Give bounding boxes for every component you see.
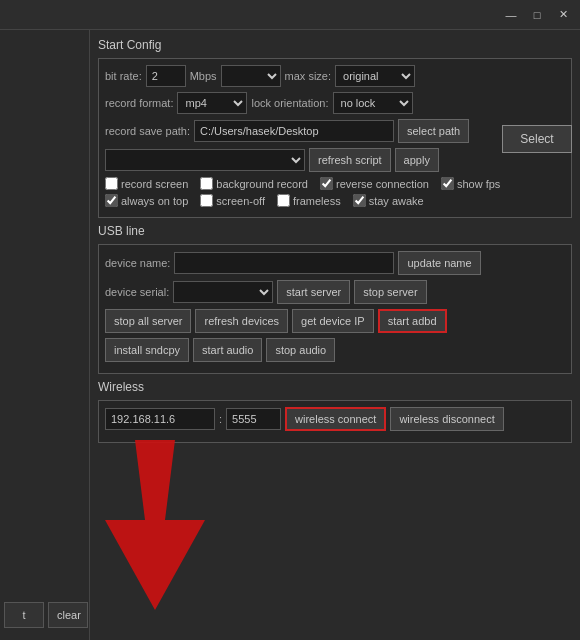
record-screen-checkbox[interactable] bbox=[105, 177, 118, 190]
wireless-section: : wireless connect wireless disconnect bbox=[98, 400, 572, 443]
stop-all-server-button[interactable]: stop all server bbox=[105, 309, 191, 333]
wireless-connect-button[interactable]: wireless connect bbox=[285, 407, 386, 431]
sidebar: t clear bbox=[0, 30, 90, 640]
bitrate-row: bit rate: Mbps max size: original bbox=[105, 65, 565, 87]
close-button[interactable]: ✕ bbox=[554, 6, 572, 24]
title-bar: — □ ✕ bbox=[0, 0, 580, 30]
screen-off-label: screen-off bbox=[216, 195, 265, 207]
reverse-connection-item: reverse connection bbox=[320, 177, 429, 190]
device-name-row: device name: update name bbox=[105, 251, 565, 275]
script-select[interactable] bbox=[105, 149, 305, 171]
lock-orientation-label: lock orientation: bbox=[251, 97, 328, 109]
record-screen-item: record screen bbox=[105, 177, 188, 190]
checkbox-row-2: always on top screen-off frameless stay … bbox=[105, 194, 565, 207]
wireless-row: : wireless connect wireless disconnect bbox=[105, 407, 565, 431]
start-server-button[interactable]: start server bbox=[277, 280, 350, 304]
always-on-top-checkbox[interactable] bbox=[105, 194, 118, 207]
record-format-label: record format: bbox=[105, 97, 173, 109]
clear-button[interactable]: clear bbox=[48, 602, 88, 628]
wireless-colon: : bbox=[219, 413, 222, 425]
start-audio-button[interactable]: start audio bbox=[193, 338, 262, 362]
update-name-button[interactable]: update name bbox=[398, 251, 480, 275]
state-button[interactable]: t bbox=[4, 602, 44, 628]
background-record-checkbox[interactable] bbox=[200, 177, 213, 190]
usb-section: device name: update name device serial: … bbox=[98, 244, 572, 374]
background-record-label: background record bbox=[216, 178, 308, 190]
bit-rate-label: bit rate: bbox=[105, 70, 142, 82]
frameless-item: frameless bbox=[277, 194, 341, 207]
get-device-ip-button[interactable]: get device IP bbox=[292, 309, 374, 333]
max-size-select[interactable]: original bbox=[335, 65, 415, 87]
record-screen-label: record screen bbox=[121, 178, 188, 190]
screen-off-checkbox[interactable] bbox=[200, 194, 213, 207]
start-config-section: bit rate: Mbps max size: original record… bbox=[98, 58, 572, 218]
device-serial-row: device serial: start server stop server bbox=[105, 280, 565, 304]
minimize-button[interactable]: — bbox=[502, 6, 520, 24]
device-serial-select[interactable] bbox=[173, 281, 273, 303]
wireless-section-title: Wireless bbox=[98, 380, 572, 394]
record-format-select[interactable]: mp4 bbox=[177, 92, 247, 114]
main-content: Start Config bit rate: Mbps max size: or… bbox=[90, 30, 580, 640]
action-row-2: install sndcpy start audio stop audio bbox=[105, 338, 565, 362]
script-row: refresh script apply bbox=[105, 148, 565, 172]
background-record-item: background record bbox=[200, 177, 308, 190]
stop-server-button[interactable]: stop server bbox=[354, 280, 426, 304]
bit-rate-input[interactable] bbox=[146, 65, 186, 87]
save-path-row: record save path: select path bbox=[105, 119, 565, 143]
stop-audio-button[interactable]: stop audio bbox=[266, 338, 335, 362]
wireless-port-input[interactable] bbox=[226, 408, 281, 430]
wireless-ip-input[interactable] bbox=[105, 408, 215, 430]
stay-awake-item: stay awake bbox=[353, 194, 424, 207]
frameless-label: frameless bbox=[293, 195, 341, 207]
stay-awake-label: stay awake bbox=[369, 195, 424, 207]
action-row-1: stop all server refresh devices get devi… bbox=[105, 309, 565, 333]
wireless-disconnect-button[interactable]: wireless disconnect bbox=[390, 407, 503, 431]
frameless-checkbox[interactable] bbox=[277, 194, 290, 207]
reverse-connection-label: reverse connection bbox=[336, 178, 429, 190]
save-path-input[interactable] bbox=[194, 120, 394, 142]
device-name-label: device name: bbox=[105, 257, 170, 269]
always-on-top-item: always on top bbox=[105, 194, 188, 207]
sidebar-bottom: t clear bbox=[4, 602, 88, 630]
save-path-label: record save path: bbox=[105, 125, 190, 137]
screen-off-item: screen-off bbox=[200, 194, 265, 207]
always-on-top-label: always on top bbox=[121, 195, 188, 207]
format-row: record format: mp4 lock orientation: no … bbox=[105, 92, 565, 114]
apply-button[interactable]: apply bbox=[395, 148, 439, 172]
show-fps-label: show fps bbox=[457, 178, 500, 190]
install-sndcpy-button[interactable]: install sndcpy bbox=[105, 338, 189, 362]
device-name-input[interactable] bbox=[174, 252, 394, 274]
refresh-devices-button[interactable]: refresh devices bbox=[195, 309, 288, 333]
mbps-select[interactable] bbox=[221, 65, 281, 87]
select-area: Select bbox=[502, 125, 572, 153]
show-fps-item: show fps bbox=[441, 177, 500, 190]
checkbox-row-1: record screen background record reverse … bbox=[105, 177, 565, 190]
refresh-script-button[interactable]: refresh script bbox=[309, 148, 391, 172]
reverse-connection-checkbox[interactable] bbox=[320, 177, 333, 190]
show-fps-checkbox[interactable] bbox=[441, 177, 454, 190]
maximize-button[interactable]: □ bbox=[528, 6, 546, 24]
stay-awake-checkbox[interactable] bbox=[353, 194, 366, 207]
start-config-title: Start Config bbox=[98, 38, 572, 52]
mbps-label: Mbps bbox=[190, 70, 217, 82]
title-bar-controls: — □ ✕ bbox=[502, 6, 572, 24]
lock-orientation-select[interactable]: no lock bbox=[333, 92, 413, 114]
start-adbd-button[interactable]: start adbd bbox=[378, 309, 447, 333]
max-size-label: max size: bbox=[285, 70, 331, 82]
select-path-button[interactable]: select path bbox=[398, 119, 469, 143]
device-serial-label: device serial: bbox=[105, 286, 169, 298]
select-button[interactable]: Select bbox=[502, 125, 572, 153]
usb-section-title: USB line bbox=[98, 224, 572, 238]
